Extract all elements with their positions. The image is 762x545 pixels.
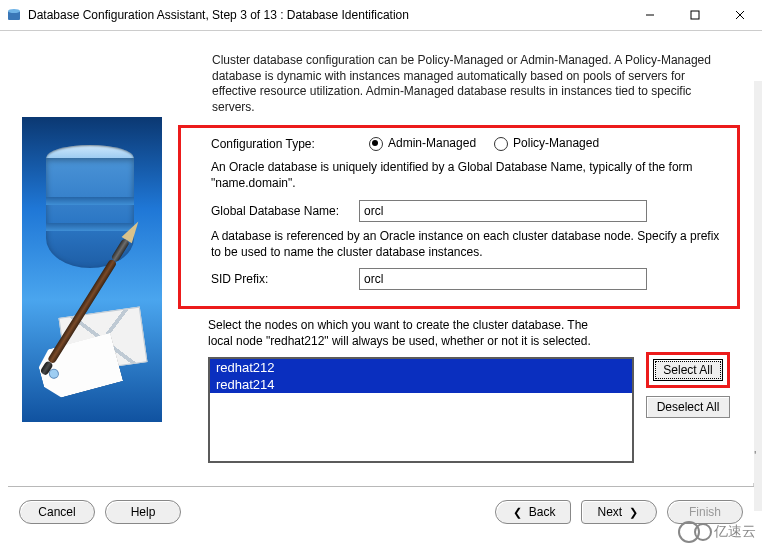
background-window-sliver (753, 81, 762, 511)
select-all-highlight-box: Select All (646, 352, 730, 388)
next-label: Next (597, 505, 622, 519)
finish-label: Finish (689, 505, 721, 519)
cloud-icon (694, 523, 712, 541)
radio-icon (494, 137, 508, 151)
config-highlight-box: Configuration Type: Admin-Managed Policy… (178, 125, 740, 309)
back-label: Back (529, 505, 556, 519)
back-button[interactable]: ❮ Back (495, 500, 571, 524)
chevron-left-icon: ❮ (513, 506, 522, 518)
radio-policy-label: Policy-Managed (513, 136, 599, 150)
node-item[interactable]: redhat212 (210, 359, 632, 376)
svg-rect-3 (691, 11, 699, 19)
radio-admin-managed[interactable]: Admin-Managed (369, 136, 476, 151)
nodes-description: Select the nodes on which you want to cr… (208, 317, 610, 349)
node-list[interactable]: redhat212 redhat214 (208, 357, 634, 463)
window-title: Database Configuration Assistant, Step 3… (28, 8, 627, 22)
minimize-button[interactable] (627, 0, 672, 30)
sid-prefix-input[interactable] (359, 268, 647, 290)
global-database-name-input[interactable] (359, 200, 647, 222)
maximize-button[interactable] (672, 0, 717, 30)
chevron-right-icon: ❯ (629, 506, 638, 518)
sid-prefix-label: SID Prefix: (211, 272, 359, 286)
title-bar: Database Configuration Assistant, Step 3… (0, 0, 762, 31)
gdb-label: Global Database Name: (211, 204, 359, 218)
watermark-text: 亿速云 (714, 523, 756, 541)
deselect-all-button[interactable]: Deselect All (646, 396, 730, 418)
node-item[interactable]: redhat214 (210, 376, 632, 393)
select-all-button[interactable]: Select All (653, 359, 723, 381)
intro-text: Cluster database configuration can be Po… (212, 53, 728, 115)
watermark: 亿速云 (678, 521, 756, 543)
cancel-button[interactable]: Cancel (19, 500, 95, 524)
radio-admin-label: Admin-Managed (388, 136, 476, 150)
sid-description: A database is referenced by an Oracle in… (211, 228, 727, 260)
close-button[interactable] (717, 0, 762, 30)
help-button[interactable]: Help (105, 500, 181, 524)
svg-point-1 (8, 9, 20, 13)
app-icon (6, 7, 22, 23)
radio-policy-managed[interactable]: Policy-Managed (494, 136, 599, 151)
wizard-nav-bar: Cancel Help ❮ Back Next ❯ Finish (8, 486, 754, 537)
radio-icon (369, 137, 383, 151)
config-type-label: Configuration Type: (211, 137, 359, 151)
gdb-description: An Oracle database is uniquely identifie… (211, 159, 727, 191)
wizard-illustration (22, 117, 162, 422)
next-button[interactable]: Next ❯ (581, 500, 657, 524)
